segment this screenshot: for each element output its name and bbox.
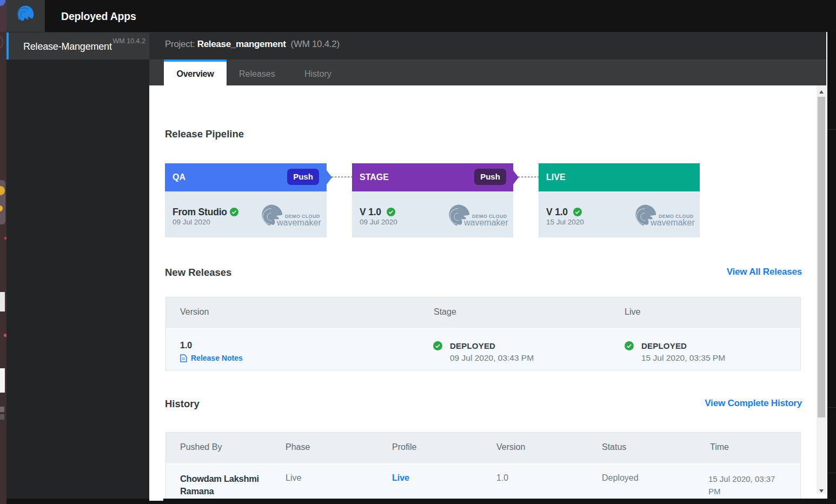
svg-text:wavemaker: wavemaker (650, 218, 695, 227)
svg-text:wavemaker: wavemaker (463, 218, 508, 227)
svg-text:wavemaker: wavemaker (276, 218, 321, 227)
